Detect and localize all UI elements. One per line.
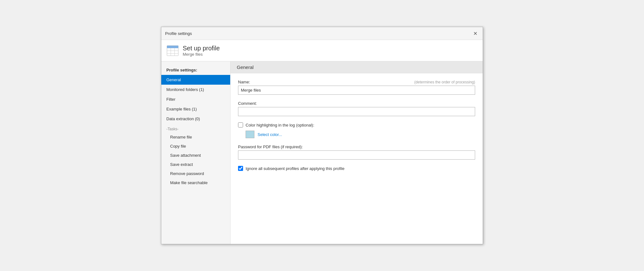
header-icon <box>166 45 179 56</box>
sidebar-task-save-attachment[interactable]: Save attachment <box>161 151 230 160</box>
header-title: Set up profile <box>183 44 220 52</box>
password-label-row: Password for PDF files (if required): <box>238 144 475 149</box>
profile-settings-window: Profile settings ✕ Set up profile Merge … <box>161 27 483 244</box>
color-highlight-row: Color highlighting in the log (optional)… <box>238 122 475 138</box>
ignore-profiles-checkbox-row: Ignore all subsequent profiles after app… <box>238 166 475 171</box>
name-label-row: Name: (determines the order of processin… <box>238 80 475 84</box>
name-form-row: Name: (determines the order of processin… <box>238 80 475 95</box>
select-color-link[interactable]: Select color... <box>258 132 282 137</box>
color-row: Select color... <box>246 131 475 138</box>
ignore-profiles-label: Ignore all subsequent profiles after app… <box>246 166 344 171</box>
svg-rect-1 <box>167 46 178 48</box>
header-text-block: Set up profile Merge files <box>183 44 220 57</box>
main-panel: General Name: (determines the order of p… <box>230 61 483 244</box>
color-highlight-checkbox[interactable] <box>238 122 243 127</box>
header-subtitle: Merge files <box>183 52 220 57</box>
panel-content: Name: (determines the order of processin… <box>230 73 483 244</box>
password-label: Password for PDF files (if required): <box>238 144 303 149</box>
color-swatch[interactable] <box>246 131 254 138</box>
name-label: Name: <box>238 80 250 84</box>
name-hint: (determines the order of processing) <box>414 80 475 84</box>
password-form-row: Password for PDF files (if required): <box>238 144 475 160</box>
color-highlight-checkbox-row: Color highlighting in the log (optional)… <box>238 122 475 127</box>
sidebar-item-example-files[interactable]: Example files (1) <box>161 104 230 114</box>
color-highlight-label: Color highlighting in the log (optional)… <box>246 123 314 127</box>
panel-heading: General <box>230 61 483 73</box>
sidebar-task-make-file-searchable[interactable]: Make file searchable <box>161 178 230 187</box>
password-input[interactable] <box>238 150 475 160</box>
sidebar-task-save-extract[interactable]: Save extract <box>161 160 230 169</box>
sidebar-item-filter[interactable]: Filter <box>161 94 230 104</box>
sidebar-task-remove-password[interactable]: Remove password <box>161 169 230 178</box>
main-content: Profile settings: General Monitored fold… <box>161 61 483 244</box>
sidebar-item-general[interactable]: General <box>161 75 230 85</box>
comment-label-row: Comment: <box>238 101 475 106</box>
sidebar-item-monitored-folders[interactable]: Monitored folders (1) <box>161 85 230 94</box>
sidebar: Profile settings: General Monitored fold… <box>161 61 230 244</box>
ignore-profiles-checkbox[interactable] <box>238 166 243 171</box>
tasks-section-label: -Tasks- <box>161 124 230 133</box>
sidebar-item-data-extraction[interactable]: Data extraction (0) <box>161 114 230 124</box>
sidebar-task-rename-file[interactable]: Rename file <box>161 133 230 142</box>
sidebar-section-label: Profile settings: <box>161 65 230 75</box>
ignore-profiles-row: Ignore all subsequent profiles after app… <box>238 166 475 171</box>
sidebar-task-copy-file[interactable]: Copy file <box>161 142 230 151</box>
window-title: Profile settings <box>165 31 192 36</box>
comment-label: Comment: <box>238 101 257 106</box>
close-button[interactable]: ✕ <box>471 30 479 37</box>
name-input[interactable] <box>238 86 475 95</box>
comment-form-row: Comment: <box>238 101 475 116</box>
title-bar: Profile settings ✕ <box>161 27 483 40</box>
header-section: Set up profile Merge files <box>161 40 483 61</box>
comment-input[interactable] <box>238 107 475 116</box>
